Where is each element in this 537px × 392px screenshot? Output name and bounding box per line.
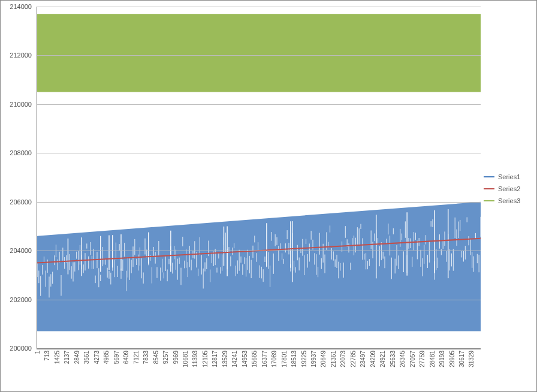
y-tick-label: 204000 xyxy=(10,247,32,254)
grid-line xyxy=(37,153,481,153)
x-tick-label: 6409 xyxy=(123,351,129,364)
x-tick-label: 2137 xyxy=(64,351,70,364)
grid-line xyxy=(37,251,481,251)
series3-band xyxy=(37,14,481,92)
x-tick-label: 30617 xyxy=(458,351,465,367)
legend-label: Series1 xyxy=(498,173,520,180)
x-tick-label: 15665 xyxy=(251,351,258,367)
x-tick-label: 29905 xyxy=(449,351,455,367)
grid-line xyxy=(37,202,481,203)
x-tick-label: 7121 xyxy=(133,351,140,364)
x-tick-label: 11393 xyxy=(192,351,198,367)
x-tick-label: 17089 xyxy=(271,351,277,367)
x-tick-label: 16377 xyxy=(261,351,268,367)
x-tick-label: 12105 xyxy=(202,351,209,367)
x-tick-label: 19225 xyxy=(301,351,307,367)
x-tick-label: 3561 xyxy=(83,351,90,364)
y-tick-label: 200000 xyxy=(10,345,32,352)
legend-swatch xyxy=(484,200,494,201)
x-tick-label: 713 xyxy=(44,351,50,361)
series1-fill xyxy=(37,202,481,331)
x-tick-label: 5697 xyxy=(113,351,120,364)
x-tick-label: 4985 xyxy=(103,351,110,364)
legend-item: Series1 xyxy=(484,173,534,180)
x-tick-label: 1 xyxy=(34,351,41,354)
x-tick-label: 9969 xyxy=(173,351,179,364)
legend-swatch xyxy=(484,176,494,177)
x-tick-label: 1425 xyxy=(54,351,61,364)
y-tick-label: 210000 xyxy=(10,101,32,108)
x-tick-label: 27759 xyxy=(419,351,426,367)
x-tick-label: 25633 xyxy=(390,351,396,367)
x-tick-label: 12817 xyxy=(212,351,218,367)
y-tick-label: 214000 xyxy=(10,3,32,10)
x-tick-label: 4273 xyxy=(93,351,100,364)
grid-line xyxy=(37,104,481,105)
plot-area xyxy=(37,7,481,349)
x-tick-label: 22785 xyxy=(350,351,357,367)
chart-container: 2000002020002040002060002080002100002120… xyxy=(0,0,537,392)
y-tick-label: 208000 xyxy=(10,149,32,156)
x-tick-label: 27057 xyxy=(409,351,416,367)
x-tick-label: 28481 xyxy=(429,351,436,367)
x-axis: 1713142521372849356142734985569764097121… xyxy=(37,348,480,391)
legend: Series1Series2Series3 xyxy=(484,168,534,209)
grid-line xyxy=(37,300,481,300)
x-tick-label: 8545 xyxy=(153,351,159,364)
legend-label: Series3 xyxy=(498,197,520,204)
grid-line xyxy=(37,7,481,7)
x-tick-label: 31329 xyxy=(468,351,475,367)
x-tick-label: 17801 xyxy=(281,351,288,367)
x-tick-label: 24921 xyxy=(379,351,386,367)
legend-label: Series2 xyxy=(498,185,520,192)
x-tick-label: 9257 xyxy=(162,351,169,364)
x-tick-label: 22073 xyxy=(340,351,346,367)
y-tick-label: 202000 xyxy=(10,296,32,303)
x-tick-label: 20649 xyxy=(320,351,327,367)
legend-item: Series3 xyxy=(484,197,534,204)
x-tick-label: 10681 xyxy=(182,351,189,367)
x-tick-label: 14241 xyxy=(231,351,238,367)
legend-item: Series2 xyxy=(484,185,534,192)
x-tick-label: 29193 xyxy=(439,351,445,367)
x-tick-label: 26345 xyxy=(399,351,406,367)
legend-swatch xyxy=(484,188,494,189)
grid-line xyxy=(37,55,481,56)
plot-svg xyxy=(37,7,481,348)
x-tick-label: 24209 xyxy=(370,351,376,367)
x-tick-label: 23497 xyxy=(360,351,366,367)
x-tick-label: 19937 xyxy=(310,351,317,367)
x-tick-label: 21361 xyxy=(330,351,337,367)
x-tick-label: 2849 xyxy=(74,351,80,364)
x-tick-label: 14953 xyxy=(242,351,248,367)
y-axis: 2000002020002040002060002080002100002120… xyxy=(1,7,34,348)
x-tick-label: 13529 xyxy=(222,351,228,367)
y-tick-label: 206000 xyxy=(10,198,32,206)
y-tick-label: 212000 xyxy=(10,52,32,59)
x-tick-label: 7833 xyxy=(143,351,149,364)
x-tick-label: 18513 xyxy=(291,351,297,367)
